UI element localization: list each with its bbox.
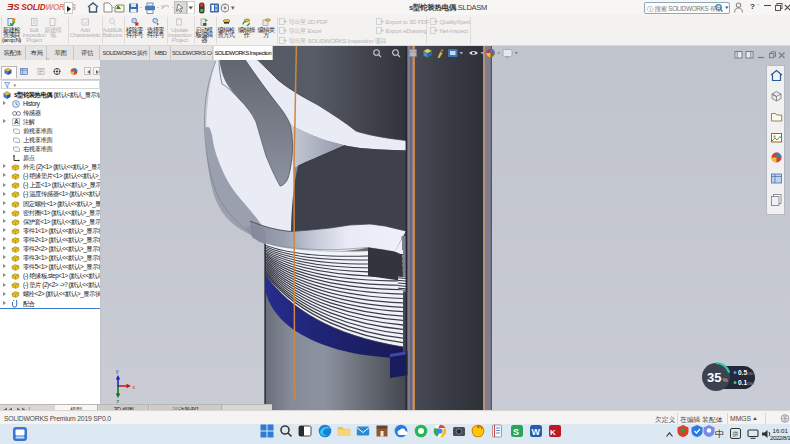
svg-text:KB/s: KB/s: [747, 381, 755, 386]
svg-text:KB/s: KB/s: [747, 371, 755, 376]
svg-text:·: ·: [171, 3, 174, 12]
svg-text:·: ·: [140, 3, 143, 12]
svg-text:%: %: [723, 377, 729, 383]
svg-text:S: S: [513, 427, 519, 437]
svg-text:·: ·: [112, 3, 115, 12]
svg-text:35: 35: [707, 370, 721, 385]
svg-text:·: ·: [157, 3, 160, 12]
svg-text:K: K: [550, 428, 556, 437]
svg-text:W: W: [531, 427, 540, 437]
